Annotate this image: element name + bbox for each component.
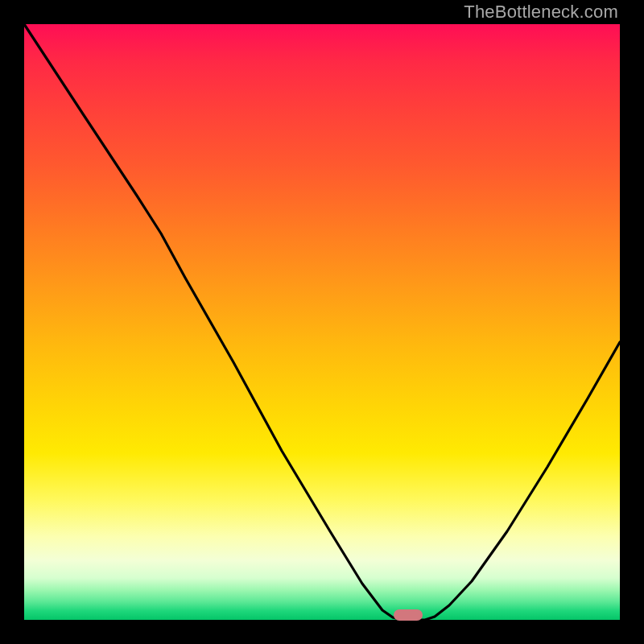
bottleneck-curve — [24, 24, 620, 620]
chart-area — [24, 24, 620, 620]
watermark-text: TheBottleneck.com — [464, 2, 618, 23]
optimal-marker — [394, 609, 423, 621]
